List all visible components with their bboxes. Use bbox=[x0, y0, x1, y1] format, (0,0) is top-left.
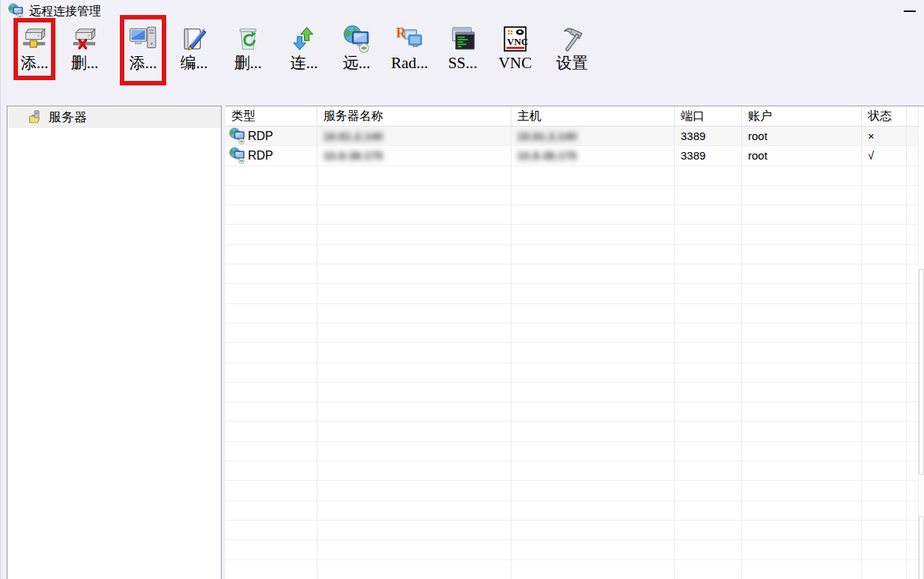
header-cell-port[interactable]: 端口 bbox=[675, 106, 742, 126]
cell-status bbox=[862, 284, 907, 303]
cell-host bbox=[511, 383, 675, 402]
cell-type bbox=[225, 225, 317, 244]
header-cell-account[interactable]: 账户 bbox=[742, 106, 862, 126]
cell-server-name bbox=[317, 461, 511, 481]
cell-type bbox=[225, 521, 317, 540]
cell-type bbox=[225, 422, 317, 441]
header-cell-type[interactable]: 类型 bbox=[225, 106, 317, 126]
cell-account bbox=[742, 225, 862, 244]
table-row[interactable]: RDP 10.8.38.175 10.8.38.175 3389 root √ bbox=[225, 146, 924, 166]
cell-port bbox=[675, 461, 742, 481]
port-text: 3389 bbox=[681, 149, 705, 162]
cell-status bbox=[862, 304, 907, 324]
cell-server-name bbox=[317, 383, 511, 402]
cell-account bbox=[742, 402, 862, 422]
cell-port bbox=[675, 166, 742, 186]
cell-type bbox=[225, 402, 317, 422]
cell-server-name bbox=[317, 422, 511, 441]
cell-account bbox=[742, 284, 862, 303]
header-cell-server-name[interactable]: 服务器名称 bbox=[317, 106, 511, 126]
cell-host bbox=[511, 363, 675, 383]
port-text: 3389 bbox=[681, 130, 705, 142]
cell-account bbox=[742, 481, 862, 500]
cell-status bbox=[862, 501, 907, 521]
header-cell-host[interactable]: 主机 bbox=[511, 106, 675, 126]
cell-type bbox=[225, 186, 317, 205]
cell-type bbox=[225, 343, 317, 363]
app-window: 远程连接管理 添... 删... 添... 编... 删... 连... 远..… bbox=[0, 0, 924, 579]
cell-status bbox=[862, 166, 907, 186]
server-name-text: 10.61.2.140 bbox=[323, 130, 383, 142]
toolbar-button-vnc[interactable]: VNC bbox=[496, 22, 535, 73]
cell-status bbox=[862, 264, 907, 284]
cell-port bbox=[675, 186, 742, 205]
toolbar-button-edit[interactable]: 编... bbox=[174, 22, 213, 73]
cell-status bbox=[862, 245, 907, 264]
cell-type bbox=[225, 324, 317, 343]
cell-host bbox=[511, 264, 675, 284]
type-text: RDP bbox=[248, 149, 273, 163]
header-cell-status[interactable]: 状态 bbox=[862, 106, 907, 126]
table-row bbox=[225, 186, 924, 205]
add-computer-icon bbox=[129, 25, 157, 53]
table-row bbox=[225, 324, 924, 343]
cell-account bbox=[742, 442, 862, 461]
cell-host bbox=[511, 481, 675, 500]
scrollbar-thumb[interactable] bbox=[919, 516, 924, 579]
cell-type bbox=[225, 383, 317, 402]
toolbar-button-add-server-drive[interactable]: 添... bbox=[15, 22, 54, 73]
table-row bbox=[225, 540, 924, 560]
cell-port bbox=[675, 481, 742, 500]
cell-type bbox=[225, 461, 317, 481]
toolbar-button-label: 设置 bbox=[556, 53, 588, 73]
cell-account bbox=[742, 363, 862, 383]
toolbar-button-label: 删... bbox=[71, 53, 99, 73]
cell-type bbox=[225, 304, 317, 324]
cell-server-name: 10.61.2.140 bbox=[317, 127, 511, 146]
toolbar-button-connect-arrows[interactable]: 连... bbox=[285, 22, 323, 73]
host-text: 10.8.38.175 bbox=[517, 150, 577, 162]
cell-port bbox=[675, 422, 742, 441]
cell-type: RDP bbox=[225, 127, 317, 146]
cell-account bbox=[742, 521, 862, 540]
vertical-scrollbar[interactable] bbox=[918, 106, 924, 579]
table-row bbox=[225, 166, 924, 186]
minimize-button[interactable] bbox=[904, 10, 916, 12]
table-row bbox=[225, 264, 924, 284]
cell-account bbox=[742, 383, 862, 402]
cell-host: 10.8.38.175 bbox=[511, 146, 675, 166]
toolbar-button-radmin[interactable]: Rad... bbox=[385, 22, 434, 73]
cell-server-name bbox=[317, 402, 511, 422]
title-bar: 远程连接管理 bbox=[1, 0, 924, 22]
cell-status bbox=[862, 186, 907, 205]
cell-type bbox=[225, 560, 317, 579]
connect-arrows-icon bbox=[290, 25, 318, 53]
toolbar-button-label: 添... bbox=[21, 53, 49, 73]
toolbar-button-settings-hammer[interactable]: 设置 bbox=[553, 22, 591, 73]
cell-status bbox=[862, 461, 907, 481]
toolbar-button-remote-desktop[interactable]: 远... bbox=[337, 22, 376, 73]
cell-port bbox=[675, 324, 742, 343]
app-remote-desktop-icon bbox=[7, 3, 24, 19]
toolbar-button-add-computer[interactable]: 添... bbox=[124, 22, 162, 73]
table-row[interactable]: RDP 10.61.2.140 10.61.2.140 3389 root × bbox=[225, 127, 924, 146]
cell-server-name bbox=[317, 501, 511, 521]
add-server-drive-icon bbox=[20, 25, 49, 53]
cell-status bbox=[862, 205, 907, 225]
table-body: RDP 10.61.2.140 10.61.2.140 3389 root × … bbox=[225, 127, 924, 579]
connections-table: 类型 服务器名称 主机 端口 账户 状态 RDP 10.61.2.140 10.… bbox=[225, 106, 924, 579]
ssh-terminal-icon bbox=[449, 25, 477, 53]
tree-item-servers[interactable]: 服务器 bbox=[7, 106, 221, 128]
delete-server-drive-icon bbox=[70, 25, 99, 53]
cell-server-name bbox=[317, 264, 511, 284]
toolbar-button-ssh-terminal[interactable]: SS... bbox=[443, 22, 483, 73]
type-text: RDP bbox=[248, 130, 273, 143]
toolbar-button-recycle-delete[interactable]: 删... bbox=[228, 22, 267, 73]
toolbar-button-delete-server-drive[interactable]: 删... bbox=[65, 22, 104, 73]
table-row bbox=[225, 560, 924, 579]
cell-port bbox=[675, 383, 742, 402]
cell-host bbox=[511, 540, 675, 560]
cell-port: 3389 bbox=[675, 146, 742, 166]
cell-status bbox=[862, 343, 907, 363]
scrollbar-thumb[interactable] bbox=[919, 269, 924, 475]
